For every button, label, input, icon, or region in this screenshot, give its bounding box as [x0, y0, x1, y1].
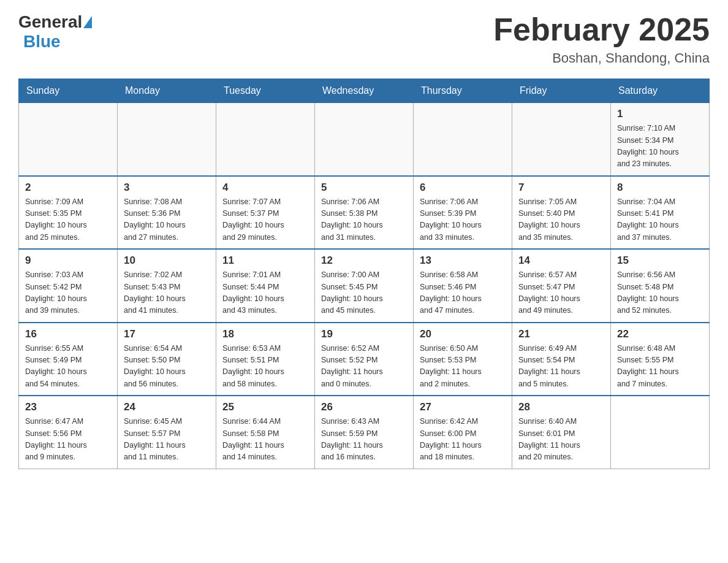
- day-number: 23: [25, 401, 111, 413]
- calendar-cell: [315, 103, 414, 176]
- calendar-cell: [118, 103, 216, 176]
- calendar-cell: 23Sunrise: 6:47 AM Sunset: 5:56 PM Dayli…: [19, 396, 118, 469]
- day-info: Sunrise: 6:43 AM Sunset: 5:59 PM Dayligh…: [321, 416, 407, 464]
- day-number: 17: [124, 328, 210, 340]
- calendar-cell: [216, 103, 315, 176]
- month-title: February 2025: [493, 12, 710, 47]
- calendar-week-row: 16Sunrise: 6:55 AM Sunset: 5:49 PM Dayli…: [19, 323, 710, 396]
- day-info: Sunrise: 7:08 AM Sunset: 5:36 PM Dayligh…: [124, 196, 210, 244]
- header-saturday: Saturday: [611, 79, 710, 103]
- day-number: 26: [321, 401, 407, 413]
- calendar-cell: 6Sunrise: 7:06 AM Sunset: 5:39 PM Daylig…: [414, 176, 512, 250]
- calendar-cell: 27Sunrise: 6:42 AM Sunset: 6:00 PM Dayli…: [414, 396, 512, 469]
- calendar-week-row: 2Sunrise: 7:09 AM Sunset: 5:35 PM Daylig…: [19, 176, 710, 250]
- calendar-cell: 21Sunrise: 6:49 AM Sunset: 5:54 PM Dayli…: [512, 323, 611, 396]
- day-info: Sunrise: 6:50 AM Sunset: 5:53 PM Dayligh…: [420, 343, 506, 391]
- header-monday: Monday: [118, 79, 216, 103]
- day-info: Sunrise: 7:06 AM Sunset: 5:39 PM Dayligh…: [420, 196, 506, 244]
- calendar-cell: 16Sunrise: 6:55 AM Sunset: 5:49 PM Dayli…: [19, 323, 118, 396]
- day-number: 14: [518, 255, 604, 267]
- calendar-week-row: 1Sunrise: 7:10 AM Sunset: 5:34 PM Daylig…: [19, 103, 710, 176]
- calendar-cell: 13Sunrise: 6:58 AM Sunset: 5:46 PM Dayli…: [414, 249, 512, 323]
- logo-triangle-icon: [83, 16, 92, 28]
- calendar-cell: 28Sunrise: 6:40 AM Sunset: 6:01 PM Dayli…: [512, 396, 611, 469]
- day-info: Sunrise: 7:04 AM Sunset: 5:41 PM Dayligh…: [617, 196, 703, 244]
- day-number: 28: [518, 401, 604, 413]
- calendar-cell: 14Sunrise: 6:57 AM Sunset: 5:47 PM Dayli…: [512, 249, 611, 323]
- day-number: 12: [321, 255, 407, 267]
- day-number: 25: [222, 401, 308, 413]
- day-info: Sunrise: 7:09 AM Sunset: 5:35 PM Dayligh…: [25, 196, 111, 244]
- day-info: Sunrise: 6:54 AM Sunset: 5:50 PM Dayligh…: [124, 343, 210, 391]
- logo: General Blue: [18, 12, 93, 52]
- calendar-cell: 24Sunrise: 6:45 AM Sunset: 5:57 PM Dayli…: [118, 396, 216, 469]
- day-info: Sunrise: 7:03 AM Sunset: 5:42 PM Dayligh…: [25, 269, 111, 317]
- calendar-cell: 1Sunrise: 7:10 AM Sunset: 5:34 PM Daylig…: [611, 103, 710, 176]
- day-number: 6: [420, 182, 506, 194]
- day-number: 2: [25, 182, 111, 194]
- calendar-cell: 7Sunrise: 7:05 AM Sunset: 5:40 PM Daylig…: [512, 176, 611, 250]
- calendar-cell: 18Sunrise: 6:53 AM Sunset: 5:51 PM Dayli…: [216, 323, 315, 396]
- calendar-cell: 25Sunrise: 6:44 AM Sunset: 5:58 PM Dayli…: [216, 396, 315, 469]
- location-title: Boshan, Shandong, China: [493, 50, 710, 66]
- day-info: Sunrise: 7:07 AM Sunset: 5:37 PM Dayligh…: [222, 196, 308, 244]
- calendar-cell: 9Sunrise: 7:03 AM Sunset: 5:42 PM Daylig…: [19, 249, 118, 323]
- day-number: 18: [222, 328, 308, 340]
- calendar-cell: [611, 396, 710, 469]
- day-info: Sunrise: 7:10 AM Sunset: 5:34 PM Dayligh…: [617, 123, 703, 170]
- day-info: Sunrise: 6:53 AM Sunset: 5:51 PM Dayligh…: [222, 343, 308, 391]
- logo-blue-text: Blue: [23, 32, 61, 51]
- calendar-cell: 5Sunrise: 7:06 AM Sunset: 5:38 PM Daylig…: [315, 176, 414, 250]
- header-wednesday: Wednesday: [315, 79, 414, 103]
- calendar-cell: 3Sunrise: 7:08 AM Sunset: 5:36 PM Daylig…: [118, 176, 216, 250]
- calendar-cell: 8Sunrise: 7:04 AM Sunset: 5:41 PM Daylig…: [611, 176, 710, 250]
- header-sunday: Sunday: [19, 79, 118, 103]
- calendar-cell: 17Sunrise: 6:54 AM Sunset: 5:50 PM Dayli…: [118, 323, 216, 396]
- day-info: Sunrise: 6:49 AM Sunset: 5:54 PM Dayligh…: [518, 343, 604, 391]
- day-info: Sunrise: 6:57 AM Sunset: 5:47 PM Dayligh…: [518, 269, 604, 317]
- day-number: 9: [25, 255, 111, 267]
- calendar-cell: 2Sunrise: 7:09 AM Sunset: 5:35 PM Daylig…: [19, 176, 118, 250]
- day-number: 10: [124, 255, 210, 267]
- calendar-cell: [19, 103, 118, 176]
- day-number: 3: [124, 182, 210, 194]
- calendar-table: SundayMondayTuesdayWednesdayThursdayFrid…: [18, 79, 710, 469]
- calendar-header-row: SundayMondayTuesdayWednesdayThursdayFrid…: [19, 79, 710, 103]
- day-number: 8: [617, 182, 703, 194]
- calendar-cell: 26Sunrise: 6:43 AM Sunset: 5:59 PM Dayli…: [315, 396, 414, 469]
- day-info: Sunrise: 6:42 AM Sunset: 6:00 PM Dayligh…: [420, 416, 506, 464]
- day-info: Sunrise: 6:40 AM Sunset: 6:01 PM Dayligh…: [518, 416, 604, 464]
- page-header: General Blue February 2025 Boshan, Shand…: [18, 12, 710, 66]
- day-info: Sunrise: 6:58 AM Sunset: 5:46 PM Dayligh…: [420, 269, 506, 317]
- day-number: 27: [420, 401, 506, 413]
- day-info: Sunrise: 6:45 AM Sunset: 5:57 PM Dayligh…: [124, 416, 210, 464]
- day-info: Sunrise: 7:05 AM Sunset: 5:40 PM Dayligh…: [518, 196, 604, 244]
- calendar-week-row: 9Sunrise: 7:03 AM Sunset: 5:42 PM Daylig…: [19, 249, 710, 323]
- day-info: Sunrise: 7:01 AM Sunset: 5:44 PM Dayligh…: [222, 269, 308, 317]
- calendar-cell: 12Sunrise: 7:00 AM Sunset: 5:45 PM Dayli…: [315, 249, 414, 323]
- header-thursday: Thursday: [414, 79, 512, 103]
- day-number: 19: [321, 328, 407, 340]
- day-number: 15: [617, 255, 703, 267]
- logo-general-text: General: [18, 12, 82, 32]
- calendar-week-row: 23Sunrise: 6:47 AM Sunset: 5:56 PM Dayli…: [19, 396, 710, 469]
- day-info: Sunrise: 6:48 AM Sunset: 5:55 PM Dayligh…: [617, 343, 703, 391]
- title-section: February 2025 Boshan, Shandong, China: [493, 12, 710, 66]
- day-info: Sunrise: 6:56 AM Sunset: 5:48 PM Dayligh…: [617, 269, 703, 317]
- calendar-cell: [414, 103, 512, 176]
- calendar-cell: 10Sunrise: 7:02 AM Sunset: 5:43 PM Dayli…: [118, 249, 216, 323]
- day-info: Sunrise: 6:44 AM Sunset: 5:58 PM Dayligh…: [222, 416, 308, 464]
- day-number: 24: [124, 401, 210, 413]
- day-number: 21: [518, 328, 604, 340]
- header-tuesday: Tuesday: [216, 79, 315, 103]
- day-info: Sunrise: 7:02 AM Sunset: 5:43 PM Dayligh…: [124, 269, 210, 317]
- calendar-cell: 11Sunrise: 7:01 AM Sunset: 5:44 PM Dayli…: [216, 249, 315, 323]
- day-number: 1: [617, 108, 703, 120]
- day-number: 16: [25, 328, 111, 340]
- day-number: 20: [420, 328, 506, 340]
- day-info: Sunrise: 7:00 AM Sunset: 5:45 PM Dayligh…: [321, 269, 407, 317]
- day-info: Sunrise: 6:52 AM Sunset: 5:52 PM Dayligh…: [321, 343, 407, 391]
- day-info: Sunrise: 6:47 AM Sunset: 5:56 PM Dayligh…: [25, 416, 111, 464]
- calendar-cell: 22Sunrise: 6:48 AM Sunset: 5:55 PM Dayli…: [611, 323, 710, 396]
- calendar-cell: 4Sunrise: 7:07 AM Sunset: 5:37 PM Daylig…: [216, 176, 315, 250]
